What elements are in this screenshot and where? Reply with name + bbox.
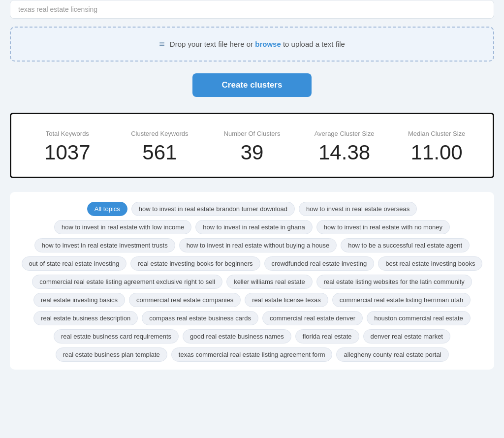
stat-clustered-keywords: Clustered Keywords 561 [114, 130, 206, 163]
stat-average-cluster-size: Average Cluster Size 14.38 [298, 130, 391, 163]
topic-tag[interactable]: how to invest in real estate with low in… [54, 220, 191, 234]
stat-total-keywords-label: Total Keywords [21, 130, 114, 137]
topic-tag[interactable]: houston commercial real estate [367, 311, 471, 325]
drop-zone-prefix: Drop your text file here or [170, 40, 255, 48]
file-drop-zone[interactable]: ≡ Drop your text file here or browse to … [10, 27, 494, 62]
topic-tag[interactable]: All topics [87, 202, 127, 216]
stat-number-of-clusters: Number Of Clusters 39 [206, 130, 298, 163]
stat-number-of-clusters-value: 39 [206, 142, 298, 163]
topic-tag[interactable]: real estate investing basics [33, 293, 125, 307]
stat-total-keywords: Total Keywords 1037 [21, 130, 114, 163]
topic-tag[interactable]: best real estate investing books [378, 256, 482, 271]
topic-tag[interactable]: allegheny county real estate portal [336, 347, 448, 362]
browse-link[interactable]: browse [255, 40, 281, 48]
stat-median-cluster-size-value: 11.00 [390, 142, 483, 163]
drop-zone-text: Drop your text file here or browse to up… [170, 40, 345, 48]
stat-average-cluster-size-value: 14.38 [298, 142, 391, 163]
input-preview-text: texas real estate licensing [18, 5, 97, 13]
topics-tags-container: All topicshow to invest in real estate b… [18, 202, 486, 362]
topic-tag[interactable]: real estate listing websites for the lat… [316, 275, 472, 289]
topic-tag[interactable]: how to invest in real estate with no mon… [316, 220, 450, 234]
topic-tag[interactable]: how to invest in real estate investment … [34, 238, 175, 252]
file-icon: ≡ [159, 38, 165, 50]
create-clusters-button[interactable]: Create clusters [192, 73, 312, 97]
topic-tag[interactable]: real estate business plan template [56, 347, 167, 362]
topic-tag[interactable]: commercial real estate listing agreement… [32, 275, 222, 289]
topic-tag[interactable]: how to invest in real estate without buy… [179, 238, 337, 252]
topic-tag[interactable]: commercial real estate denver [262, 311, 363, 325]
topic-tag[interactable]: how to be a successful real estate agent [341, 238, 470, 252]
stat-clustered-keywords-label: Clustered Keywords [114, 130, 206, 137]
topic-tag[interactable]: commercial real estate companies [129, 293, 241, 307]
topic-tag[interactable]: keller williams real estate [226, 275, 313, 289]
stat-number-of-clusters-label: Number Of Clusters [206, 130, 298, 137]
topic-tag[interactable]: how to invest in real estate brandon tur… [131, 202, 295, 216]
topic-tag[interactable]: real estate investing books for beginner… [130, 256, 260, 271]
topic-tag[interactable]: crowdfunded real estate investing [264, 256, 375, 271]
stat-average-cluster-size-label: Average Cluster Size [298, 130, 391, 137]
stat-clustered-keywords-value: 561 [114, 142, 206, 163]
topic-tag[interactable]: denver real estate market [363, 329, 450, 344]
text-input-preview: texas real estate licensing [10, 0, 494, 19]
topic-tag[interactable]: commercial real estate listing herriman … [332, 293, 471, 307]
topic-tag[interactable]: good real estate business names [183, 329, 291, 344]
drop-zone-suffix: to upload a text file [281, 40, 345, 48]
topic-tag[interactable]: compass real estate business cards [142, 311, 258, 325]
topic-tag[interactable]: how to invest in real estate overseas [299, 202, 417, 216]
topic-tag[interactable]: florida real estate [295, 329, 359, 344]
topic-tag[interactable]: real estate license texas [245, 293, 328, 307]
stats-box: Total Keywords 1037 Clustered Keywords 5… [10, 113, 494, 178]
topic-tag[interactable]: real estate business description [33, 311, 138, 325]
topic-tag[interactable]: texas commercial real estate listing agr… [171, 347, 333, 362]
stat-median-cluster-size: Median Cluster Size 11.00 [390, 130, 483, 163]
topic-tag[interactable]: out of state real estate investing [22, 256, 127, 271]
stat-total-keywords-value: 1037 [21, 142, 114, 163]
topic-tag[interactable]: real estate business card requirements [54, 329, 179, 344]
topic-tag[interactable]: how to invest in real estate in ghana [195, 220, 312, 234]
stat-median-cluster-size-label: Median Cluster Size [390, 130, 483, 137]
topics-section: All topicshow to invest in real estate b… [10, 192, 494, 370]
